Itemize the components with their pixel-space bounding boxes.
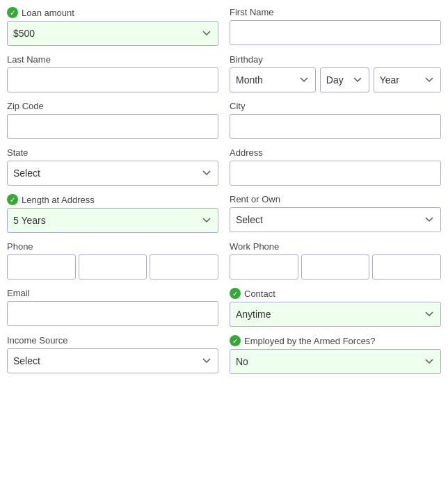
zip-code-label: Zip Code	[7, 101, 218, 111]
state-label: State	[7, 147, 218, 158]
work-phone-part3-input[interactable]	[372, 254, 441, 280]
contact-check-icon: ✓	[230, 288, 241, 299]
phone-label: Phone	[7, 241, 218, 252]
work-phone-part2-input[interactable]	[301, 254, 370, 280]
loan-amount-select[interactable]: $500 $1000 $1500 $2000	[7, 21, 218, 46]
armed-forces-label: ✓ Employed by the Armed Forces?	[230, 335, 441, 346]
email-group: Email	[7, 288, 218, 327]
work-phone-label: Work Phone	[230, 241, 441, 252]
loan-amount-group: ✓ Loan amount $500 $1000 $1500 $2000	[7, 7, 218, 46]
email-label: Email	[7, 288, 218, 298]
armed-forces-group: ✓ Employed by the Armed Forces? No Yes	[230, 335, 441, 374]
city-input[interactable]	[230, 114, 441, 139]
loan-amount-label: ✓ Loan amount	[7, 7, 218, 18]
email-input[interactable]	[7, 301, 218, 326]
phone-part2-input[interactable]	[79, 254, 147, 280]
city-group: City	[230, 101, 441, 139]
length-check-icon: ✓	[7, 194, 18, 205]
address-label: Address	[230, 147, 441, 158]
last-name-group: Last Name	[7, 54, 218, 92]
state-select[interactable]: Select ALAKAZCA COFLGANY TX	[7, 161, 218, 186]
work-phone-part1-input[interactable]	[230, 254, 298, 280]
work-phone-parts	[230, 254, 441, 280]
first-name-label: First Name	[230, 7, 441, 17]
birthday-label: Birthday	[230, 54, 441, 65]
day-select[interactable]: Day	[320, 67, 369, 92]
rent-or-own-group: Rent or Own Select Rent Own	[230, 194, 441, 233]
income-source-group: Income Source Select Employment Self-Emp…	[7, 335, 218, 374]
last-name-label: Last Name	[7, 54, 218, 65]
loan-amount-check-icon: ✓	[7, 7, 18, 18]
state-group: State Select ALAKAZCA COFLGANY TX	[7, 147, 218, 186]
rent-or-own-label: Rent or Own	[230, 194, 441, 204]
month-select[interactable]: Month	[230, 67, 316, 92]
work-phone-group: Work Phone	[230, 241, 441, 280]
length-at-address-select[interactable]: 1 Year 2 Years 3 Years 4 Years 5 Years 6…	[7, 208, 218, 233]
address-group: Address	[230, 147, 441, 186]
contact-select[interactable]: Anytime Morning Afternoon Evening	[230, 302, 441, 327]
contact-group: ✓ Contact Anytime Morning Afternoon Even…	[230, 288, 441, 327]
length-at-address-label: ✓ Length at Address	[7, 194, 218, 205]
phone-group: Phone	[7, 241, 218, 280]
city-label: City	[230, 101, 441, 111]
first-name-input[interactable]	[230, 20, 441, 45]
armed-forces-select[interactable]: No Yes	[230, 349, 441, 374]
contact-label: ✓ Contact	[230, 288, 441, 299]
first-name-group: First Name	[230, 7, 441, 46]
rent-or-own-select[interactable]: Select Rent Own	[230, 207, 441, 232]
income-source-label: Income Source	[7, 335, 218, 346]
income-source-select[interactable]: Select Employment Self-Employed Benefits…	[7, 348, 218, 373]
zip-code-group: Zip Code	[7, 101, 218, 139]
length-at-address-group: ✓ Length at Address 1 Year 2 Years 3 Yea…	[7, 194, 218, 233]
armed-forces-check-icon: ✓	[230, 335, 241, 346]
phone-parts	[7, 254, 218, 280]
birthday-group: Birthday Month Day Year	[230, 54, 441, 92]
address-input[interactable]	[230, 161, 441, 186]
zip-code-input[interactable]	[7, 114, 218, 139]
year-select[interactable]: Year	[374, 67, 441, 92]
last-name-input[interactable]	[7, 67, 218, 92]
birthday-selects: Month Day Year	[230, 67, 441, 92]
phone-part1-input[interactable]	[7, 254, 76, 280]
phone-part3-input[interactable]	[150, 254, 218, 280]
